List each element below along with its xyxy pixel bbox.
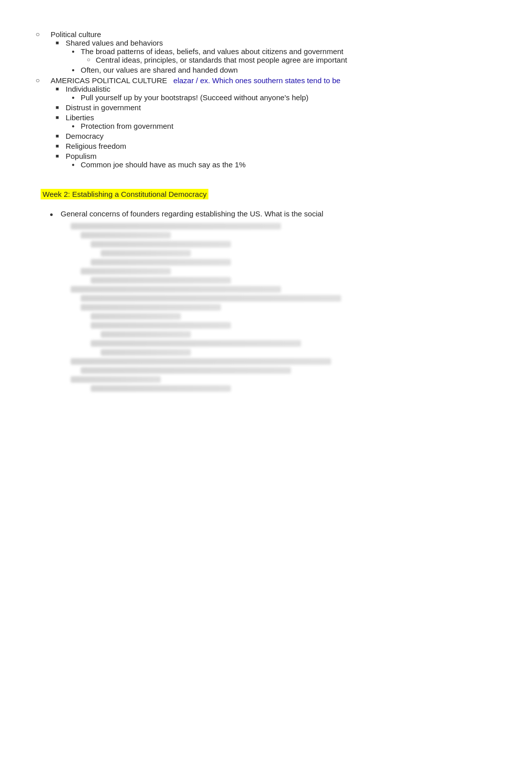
blurred-line-9 <box>81 295 341 302</box>
list-item-broad-patterns: The broad patterns of ideas, beliefs, an… <box>81 47 491 64</box>
blurred-line-3 <box>91 241 231 247</box>
blurred-line-13 <box>101 331 191 338</box>
general-concerns-text: General concerns of founders regarding e… <box>61 209 323 218</box>
blurred-line-16 <box>71 358 331 365</box>
list-item-individualistic: Individualistic Pull yourself up by your… <box>66 85 491 102</box>
distrust-label: Distrust in government <box>66 103 141 112</box>
blurred-line-12 <box>91 322 231 329</box>
general-concerns-item: General concerns of founders regarding e… <box>41 209 491 218</box>
central-ideas-label: Central ideas, principles, or standards … <box>96 56 347 64</box>
outline-level3-shared: The broad patterns of ideas, beliefs, an… <box>66 47 491 74</box>
often-values-label: Often, our values are shared and handed … <box>81 66 238 74</box>
political-culture-label: Political culture <box>51 30 101 39</box>
list-item-distrust: Distrust in government <box>66 103 491 112</box>
blurred-line-8 <box>71 286 281 293</box>
outline-level2-americas: Individualistic Pull yourself up by your… <box>51 85 491 169</box>
list-item-liberties: Liberties Protection from government <box>66 113 491 130</box>
outline-level2-political: Shared values and behaviors The broad pa… <box>51 39 491 74</box>
liberties-label: Liberties <box>66 113 94 122</box>
outline-level3-liberties: Protection from government <box>66 122 491 130</box>
outline-level3-populism: Common joe should have as much say as th… <box>66 160 491 169</box>
broad-patterns-label: The broad patterns of ideas, beliefs, an… <box>81 47 344 56</box>
list-item-central-ideas: Central ideas, principles, or standards … <box>96 56 491 64</box>
shared-values-label: Shared values and behaviors <box>66 39 163 47</box>
americas-political-label: AMERICAS POLITICAL CULTURE <box>51 76 167 85</box>
protection-label: Protection from government <box>81 122 173 130</box>
blurred-line-2 <box>81 232 171 238</box>
elazar-link[interactable]: elazar / ex. Which ones southern states … <box>173 76 341 85</box>
document-content: Political culture Shared values and beha… <box>41 20 491 392</box>
blurred-line-7 <box>91 277 231 284</box>
list-item-populism: Populism Common joe should have as much … <box>66 152 491 169</box>
blurred-line-4 <box>101 250 191 256</box>
blurred-line-1 <box>71 223 281 229</box>
list-item-common-joe: Common joe should have as much say as th… <box>81 160 491 169</box>
blurred-line-18 <box>71 376 161 383</box>
blurred-content <box>41 223 491 392</box>
blurred-line-15 <box>101 349 191 356</box>
list-item-bootstraps: Pull yourself up by your bootstraps! (Su… <box>81 93 491 102</box>
blurred-line-14 <box>91 340 301 347</box>
individualistic-label: Individualistic <box>66 85 110 93</box>
outline-level3-individualistic: Pull yourself up by your bootstraps! (Su… <box>66 93 491 102</box>
religious-freedom-label: Religious freedom <box>66 142 126 150</box>
blurred-line-6 <box>81 268 171 275</box>
list-item-often-values: Often, our values are shared and handed … <box>81 66 491 74</box>
week2-header-container: Week 2: Establishing a Constitutional De… <box>41 189 491 199</box>
bootstraps-label: Pull yourself up by your bootstraps! (Su… <box>81 93 309 102</box>
democracy-label: Democracy <box>66 132 104 140</box>
list-item-americas-political: AMERICAS POLITICAL CULTURE elazar / ex. … <box>41 76 491 169</box>
blurred-line-17 <box>81 367 291 374</box>
week2-header: Week 2: Establishing a Constitutional De… <box>41 189 208 199</box>
populism-label: Populism <box>66 152 97 160</box>
list-item-shared-values: Shared values and behaviors The broad pa… <box>66 39 491 74</box>
blurred-line-11 <box>91 313 181 320</box>
blurred-line-5 <box>91 259 231 266</box>
common-joe-label: Common joe should have as much say as th… <box>81 160 245 169</box>
blurred-line-19 <box>91 385 231 392</box>
list-item-religious-freedom: Religious freedom <box>66 142 491 150</box>
blurred-line-10 <box>81 304 221 311</box>
list-item-protection: Protection from government <box>81 122 491 130</box>
outline-level1: Political culture Shared values and beha… <box>41 30 491 169</box>
outline-level4: Central ideas, principles, or standards … <box>81 56 491 64</box>
list-item-political-culture: Political culture Shared values and beha… <box>41 30 491 74</box>
list-item-democracy: Democracy <box>66 132 491 140</box>
